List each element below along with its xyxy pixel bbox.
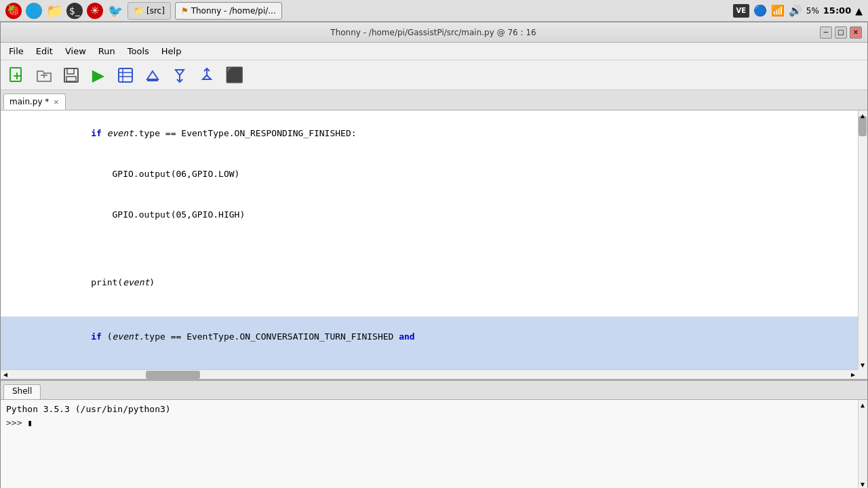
sys-tray: VE 🔵 📶 🔊 5% 15:00 ▲: [733, 4, 863, 18]
window-titlebar: Thonny - /home/pi/GassistPi/src/main.py …: [1, 22, 867, 43]
folder-icon[interactable]: 📁: [46, 3, 62, 19]
editor-hscrollbar-thumb[interactable]: [146, 371, 200, 379]
main-py-tab[interactable]: main.py * ×: [3, 94, 66, 110]
shell-content[interactable]: Python 3.5.3 (/usr/bin/python3) >>> ▮ ▲ …: [1, 400, 867, 488]
battery-indicator: 5%: [806, 6, 819, 16]
globe-icon[interactable]: 🌐: [26, 3, 42, 19]
taskbar-folder[interactable]: 📁 [src]: [127, 2, 171, 20]
terminal-icon[interactable]: $_: [66, 3, 83, 19]
svg-rect-0: [10, 68, 21, 81]
taskbar-thonny[interactable]: ⚑ Thonny - /home/pi/...: [175, 2, 282, 20]
menu-bar: File Edit View Run Tools Help: [1, 43, 867, 60]
power-icon: ▲: [855, 5, 863, 16]
bird-icon[interactable]: 🐦: [107, 3, 123, 19]
shell-python-version: Python 3.5.3 (/usr/bin/python3): [6, 403, 862, 416]
step-over-button[interactable]: [140, 63, 165, 87]
window-controls: − □ ✕: [820, 26, 862, 39]
code-line-8: if (event.type == EventType.ON_CONVERSAT…: [1, 317, 858, 357]
shell-vscrollbar[interactable]: ▲ ▼: [858, 400, 867, 488]
code-line-7: [1, 303, 858, 317]
svg-rect-7: [66, 77, 76, 81]
system-time: 15:00: [823, 5, 851, 16]
taskbar-folder-label: [src]: [146, 6, 165, 16]
debug-button[interactable]: [113, 63, 138, 87]
tab-bar: main.py * ×: [1, 90, 867, 110]
shell-tab-bar: Shell: [1, 381, 867, 400]
editor-hscrollbar[interactable]: ◀ ▶: [1, 369, 858, 379]
editor-vscrollbar-down[interactable]: ▼: [858, 360, 867, 369]
svg-rect-8: [119, 68, 132, 82]
editor-container: main.py * × if event.type == EventType.O…: [1, 90, 867, 488]
code-line-4: [1, 235, 858, 249]
code-line-3: GPIO.output(05,GPIO.HIGH): [1, 195, 858, 235]
taskbar-thonny-label: Thonny - /home/pi/...: [191, 6, 276, 16]
volume-icon: 🔊: [789, 4, 802, 17]
open-file-button[interactable]: [32, 63, 56, 87]
bluetooth-icon: 🔵: [753, 4, 767, 17]
shell-prompt-line: >>> ▮: [6, 416, 862, 430]
editor-and-shell: if event.type == EventType.ON_RESPONDING…: [1, 110, 867, 488]
ve-icon[interactable]: VE: [733, 4, 749, 18]
thonny-window: Thonny - /home/pi/GassistPi/src/main.py …: [0, 22, 868, 488]
minimize-button[interactable]: −: [820, 26, 832, 39]
menu-view[interactable]: View: [60, 45, 92, 58]
tab-label: main.py *: [9, 97, 49, 106]
shell-tab-label: Shell: [12, 386, 32, 396]
save-file-button[interactable]: [59, 63, 83, 87]
menu-help[interactable]: Help: [156, 45, 187, 58]
wifi-icon: 📶: [771, 4, 785, 17]
editor-hscrollbar-track[interactable]: [10, 370, 848, 379]
shell-prompt: >>>: [6, 418, 22, 428]
code-scroll-area[interactable]: if event.type == EventType.ON_RESPONDING…: [1, 110, 867, 379]
run-button[interactable]: ▶: [86, 63, 111, 87]
shell-cursor: ▮: [27, 418, 33, 428]
menu-file[interactable]: File: [3, 45, 29, 58]
maximize-button[interactable]: □: [835, 26, 847, 39]
editor-hscrollbar-right[interactable]: ▶: [848, 370, 858, 380]
editor-hscrollbar-left[interactable]: ◀: [1, 370, 10, 380]
svg-rect-6: [67, 68, 74, 74]
system-bar: 🍓 🌐 📁 $_ ✳ 🐦 📁 [src] ⚑ Thonny - /home/pi…: [0, 0, 868, 22]
code-editor[interactable]: if event.type == EventType.ON_RESPONDING…: [1, 110, 867, 380]
step-into-button[interactable]: [167, 63, 192, 87]
raspberry-icon[interactable]: 🍓: [5, 3, 22, 19]
code-line-1: if event.type == EventType.ON_RESPONDING…: [1, 113, 858, 154]
code-line-5: [1, 249, 858, 262]
shell-panel: Shell Python 3.5.3 (/usr/bin/python3) >>…: [1, 380, 867, 488]
stop-button[interactable]: ⬛: [222, 63, 246, 87]
system-bar-left: 🍓 🌐 📁 $_ ✳ 🐦 📁 [src] ⚑ Thonny - /home/pi…: [5, 2, 282, 20]
code-line-2: GPIO.output(06,GPIO.LOW): [1, 154, 858, 195]
menu-run[interactable]: Run: [93, 45, 121, 58]
close-button[interactable]: ✕: [850, 26, 862, 39]
scrollbar-corner: [858, 369, 867, 379]
shell-vscrollbar-up[interactable]: ▲: [858, 400, 867, 409]
shell-vscrollbar-down[interactable]: ▼: [858, 479, 867, 488]
tab-close-button[interactable]: ×: [53, 98, 59, 106]
window-title: Thonny - /home/pi/GassistPi/src/main.py …: [47, 28, 820, 37]
menu-tools[interactable]: Tools: [122, 45, 155, 58]
menu-edit[interactable]: Edit: [31, 45, 58, 58]
step-out-button[interactable]: [195, 63, 219, 87]
new-file-button[interactable]: [5, 63, 29, 87]
shell-tab[interactable]: Shell: [3, 384, 41, 399]
toolbar: ▶: [1, 60, 867, 90]
code-line-6: print(event): [1, 262, 858, 303]
system-bar-right: VE 🔵 📶 🔊 5% 15:00 ▲: [733, 4, 863, 18]
thonny-icon: ⚑: [181, 6, 189, 16]
editor-vscrollbar-up[interactable]: ▲: [858, 110, 867, 120]
asterisk-icon[interactable]: ✳: [87, 3, 103, 19]
editor-vscrollbar[interactable]: ▲ ▼: [858, 110, 867, 379]
folder-small-icon: 📁: [134, 6, 144, 16]
